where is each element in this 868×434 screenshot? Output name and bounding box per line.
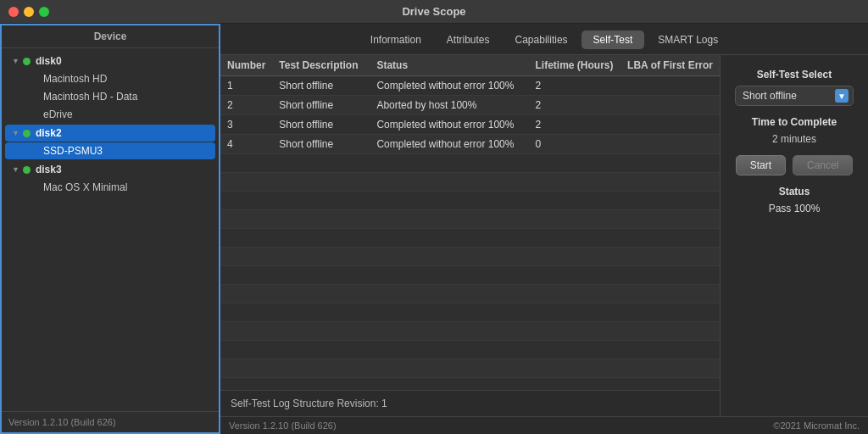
content-area: Information Attributes Capabilities Self…	[220, 24, 868, 434]
table-row-empty	[220, 210, 720, 229]
edrive-label: eDrive	[43, 108, 73, 120]
sidebar-item-macintosh-hd[interactable]: Macintosh HD	[5, 70, 215, 87]
time-label: Time to Complete	[752, 116, 837, 128]
table-row-empty	[220, 285, 720, 303]
version-text: Version 1.2.10 (Build 626)	[8, 417, 116, 427]
cell-description: Short offline	[272, 96, 370, 115]
table-row-empty	[220, 266, 720, 285]
action-buttons: Start Cancel	[731, 155, 858, 175]
self-test-select[interactable]: Short offline Extended offline Conveyanc…	[735, 86, 854, 106]
status-section: Status Pass 100%	[731, 186, 858, 214]
cell-description: Short offline	[272, 135, 370, 154]
select-label: Self-Test Select	[757, 69, 832, 81]
cell-description: Short offline	[272, 76, 370, 96]
table-row-empty	[220, 229, 720, 248]
sidebar: Device ▼ disk0 Macintosh HD Macintosh HD…	[0, 24, 220, 434]
maximize-button[interactable]	[39, 7, 49, 17]
table-row-empty	[220, 359, 720, 378]
col-header-description: Test Description	[272, 55, 370, 76]
device-group-disk2: ▼ disk2 SSD-PSMU3	[2, 125, 219, 159]
disk3-label: disk3	[36, 164, 62, 175]
sidebar-content: ▼ disk0 Macintosh HD Macintosh HD - Data…	[2, 48, 219, 411]
sidebar-item-disk2[interactable]: ▼ disk2	[5, 125, 215, 142]
status-dot-disk3	[23, 166, 31, 174]
chevron-icon: ▼	[12, 165, 19, 174]
table-scroll[interactable]: Number Test Description Status Lifetime …	[220, 55, 720, 390]
sidebar-item-macintosh-hd-data[interactable]: Macintosh HD - Data	[5, 88, 215, 105]
table-row-empty	[220, 322, 720, 341]
cancel-button[interactable]: Cancel	[793, 155, 853, 175]
table-row-empty	[220, 173, 720, 192]
table-footer: Self-Test Log Structure Revision: 1	[220, 390, 720, 416]
sidebar-item-ssd-psmu3[interactable]: SSD-PSMU3	[5, 142, 215, 159]
version-label: Version 1.2.10 (Build 626)	[229, 420, 337, 431]
table-row: 4 Short offline Completed without error …	[220, 135, 720, 154]
cell-number: 1	[220, 76, 272, 96]
cell-number: 3	[220, 115, 272, 135]
tab-capabilities[interactable]: Capabilities	[504, 31, 580, 49]
tabbar: Information Attributes Capabilities Self…	[220, 24, 868, 55]
select-section: Self-Test Select Short offline Extended …	[731, 69, 858, 106]
cell-lba	[620, 115, 720, 135]
table-row-empty	[220, 154, 720, 173]
col-header-lba: LBA of First Error	[620, 55, 720, 76]
start-button[interactable]: Start	[736, 155, 786, 175]
table-area: Number Test Description Status Lifetime …	[220, 55, 720, 416]
close-button[interactable]	[8, 7, 19, 17]
disk0-label: disk0	[36, 55, 62, 67]
cell-lifetime: 2	[529, 96, 621, 115]
cell-status: Completed without error 100%	[370, 135, 528, 154]
copyright-label: ©2021 Micromat Inc.	[773, 420, 860, 431]
table-row-empty	[220, 378, 720, 391]
col-header-lifetime: Lifetime (Hours)	[529, 55, 621, 76]
table-row-empty	[220, 192, 720, 210]
status-label: Status	[779, 186, 810, 198]
status-value: Pass 100%	[769, 203, 821, 214]
ssd-psmu3-label: SSD-PSMU3	[43, 145, 103, 157]
tab-attributes[interactable]: Attributes	[435, 31, 502, 49]
self-test-table: Number Test Description Status Lifetime …	[220, 55, 720, 390]
cell-lifetime: 2	[529, 115, 621, 135]
cell-lba	[620, 135, 720, 154]
dropdown-wrapper: Short offline Extended offline Conveyanc…	[735, 86, 854, 106]
app-footer: Version 1.2.10 (Build 626) ©2021 Microma…	[220, 416, 868, 434]
sidebar-footer: Version 1.2.10 (Build 626)	[2, 411, 219, 432]
mac-os-x-minimal-label: Mac OS X Minimal	[43, 181, 127, 193]
time-section: Time to Complete 2 minutes	[731, 116, 858, 145]
device-group-disk0: ▼ disk0 Macintosh HD Macintosh HD - Data…	[2, 53, 219, 123]
table-header-row: Number Test Description Status Lifetime …	[220, 55, 720, 76]
table-row: 1 Short offline Completed without error …	[220, 76, 720, 96]
status-dot-disk0	[23, 58, 31, 65]
tab-smart-logs[interactable]: SMART Logs	[646, 31, 730, 49]
cell-lba	[620, 76, 720, 96]
cell-number: 4	[220, 135, 272, 154]
cell-lifetime: 2	[529, 76, 621, 96]
tab-self-test[interactable]: Self-Test	[581, 31, 645, 49]
col-header-status: Status	[370, 55, 528, 76]
sidebar-header: Device	[2, 25, 219, 48]
sidebar-item-edrive[interactable]: eDrive	[5, 106, 215, 123]
sidebar-item-disk0[interactable]: ▼ disk0	[5, 53, 215, 70]
tab-information[interactable]: Information	[359, 31, 433, 49]
cell-description: Short offline	[272, 115, 370, 135]
minimize-button[interactable]	[24, 7, 34, 17]
cell-number: 2	[220, 96, 272, 115]
time-value: 2 minutes	[772, 133, 816, 145]
status-dot-disk2	[23, 130, 31, 137]
main-layout: Device ▼ disk0 Macintosh HD Macintosh HD…	[0, 24, 868, 434]
cell-lba	[620, 96, 720, 115]
table-row-empty	[220, 303, 720, 322]
content-body: Number Test Description Status Lifetime …	[220, 55, 868, 416]
table-row-empty	[220, 248, 720, 266]
macintosh-hd-data-label: Macintosh HD - Data	[43, 91, 137, 103]
cell-status: Aborted by host 100%	[370, 96, 528, 115]
macintosh-hd-label: Macintosh HD	[43, 73, 107, 85]
table-row-empty	[220, 341, 720, 359]
table-row: 2 Short offline Aborted by host 100% 2	[220, 96, 720, 115]
sidebar-item-disk3[interactable]: ▼ disk3	[5, 161, 215, 178]
chevron-icon: ▼	[12, 57, 19, 65]
sidebar-item-mac-os-x-minimal[interactable]: Mac OS X Minimal	[5, 179, 215, 196]
table-row: 3 Short offline Completed without error …	[220, 115, 720, 135]
titlebar: Drive Scope	[0, 0, 868, 24]
chevron-icon: ▼	[12, 129, 19, 137]
